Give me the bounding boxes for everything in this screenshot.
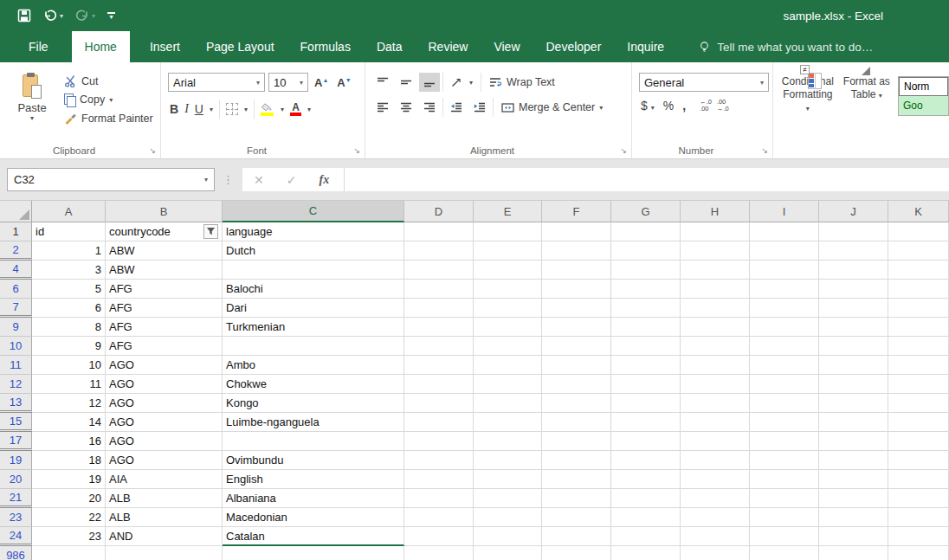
cell-K19[interactable] — [888, 451, 949, 470]
center-button[interactable] — [396, 98, 416, 117]
customize-qat-button[interactable]: ▾ — [107, 12, 115, 20]
alignment-dialog-launcher[interactable]: ↘ — [620, 146, 627, 155]
cell-D7[interactable] — [404, 299, 474, 318]
cell-A7[interactable]: 6 — [32, 299, 106, 318]
wrap-text-button[interactable]: Wrap Text — [489, 76, 555, 88]
cell-D12[interactable] — [404, 375, 474, 394]
cell-F13[interactable] — [542, 394, 611, 413]
cell-A17[interactable]: 16 — [32, 432, 106, 451]
font-color-dropdown-arrow[interactable]: ▾ — [307, 106, 311, 113]
cell-B986[interactable] — [106, 546, 223, 560]
cell-E986[interactable] — [474, 546, 542, 560]
cell-I9[interactable] — [750, 318, 819, 337]
copy-dropdown-arrow[interactable]: ▾ — [109, 96, 113, 104]
cell-I21[interactable] — [750, 489, 819, 508]
cell-A1[interactable]: id — [32, 222, 106, 241]
cell-C1[interactable]: language — [223, 222, 404, 241]
cell-B23[interactable]: ALB — [106, 508, 223, 527]
cell-I23[interactable] — [750, 508, 819, 527]
align-top-button[interactable] — [372, 73, 393, 92]
row-header-1[interactable]: 1 — [0, 222, 32, 241]
cell-C7[interactable]: Dari — [223, 299, 404, 318]
cell-H10[interactable] — [681, 337, 750, 356]
cell-F10[interactable] — [542, 337, 611, 356]
cell-I4[interactable] — [750, 261, 819, 280]
row-header-20[interactable]: 20 — [0, 470, 32, 489]
cell-F7[interactable] — [542, 299, 611, 318]
underline-button[interactable]: U — [195, 102, 203, 116]
decrease-indent-button[interactable] — [446, 98, 467, 117]
cell-H7[interactable] — [681, 299, 750, 318]
enter-button[interactable]: ✓ — [275, 173, 308, 187]
copy-button[interactable]: Copy ▾ — [64, 93, 153, 106]
cell-J20[interactable] — [819, 470, 888, 489]
cell-H6[interactable] — [681, 280, 750, 299]
cell-J6[interactable] — [819, 280, 888, 299]
cell-B21[interactable]: ALB — [106, 489, 223, 508]
cell-F23[interactable] — [542, 508, 611, 527]
cell-D9[interactable] — [404, 318, 474, 337]
percent-style-button[interactable]: % — [663, 99, 674, 113]
font-color-button[interactable]: A — [290, 103, 301, 116]
cell-C23[interactable]: Macedonian — [223, 508, 404, 527]
cell-I1[interactable] — [750, 222, 819, 241]
cell-F2[interactable] — [542, 241, 611, 261]
column-header-C[interactable]: C — [223, 201, 404, 222]
cell-J13[interactable] — [819, 394, 888, 413]
cell-K1[interactable] — [888, 222, 949, 241]
cell-I13[interactable] — [750, 394, 819, 413]
chevron-down-icon[interactable]: ▾ — [296, 79, 303, 87]
cell-I7[interactable] — [750, 299, 819, 318]
tab-developer[interactable]: Developer — [533, 31, 615, 62]
cell-G12[interactable] — [611, 375, 681, 394]
cell-J19[interactable] — [819, 451, 888, 470]
cell-B7[interactable]: AFG — [106, 299, 223, 318]
cell-K11[interactable] — [888, 356, 949, 375]
cell-E24[interactable] — [474, 527, 542, 546]
cell-I24[interactable] — [750, 527, 819, 546]
cell-D20[interactable] — [404, 470, 474, 489]
cell-G11[interactable] — [611, 356, 681, 375]
cell-K20[interactable] — [888, 470, 949, 489]
decrease-decimal-button[interactable]: .00 →.0 — [717, 99, 729, 113]
cell-G23[interactable] — [611, 508, 681, 527]
cell-E7[interactable] — [474, 299, 542, 318]
cell-F19[interactable] — [542, 451, 611, 470]
name-box[interactable]: C32 ▾ — [7, 168, 215, 191]
cell-I12[interactable] — [750, 375, 819, 394]
row-header-12[interactable]: 12 — [0, 375, 32, 394]
cell-A10[interactable]: 9 — [32, 337, 106, 356]
column-header-E[interactable]: E — [474, 201, 542, 222]
cell-D11[interactable] — [404, 356, 474, 375]
cell-F17[interactable] — [542, 432, 611, 451]
cell-A2[interactable]: 1 — [32, 241, 106, 261]
cell-F15[interactable] — [542, 413, 611, 432]
orientation-button[interactable] — [446, 73, 467, 92]
cell-style-normal[interactable]: Norm — [899, 77, 948, 96]
cell-H986[interactable] — [681, 546, 750, 560]
row-header-13[interactable]: 13 — [0, 394, 32, 413]
cancel-button[interactable]: ✕ — [242, 173, 275, 187]
row-header-4[interactable]: 4 — [0, 261, 32, 280]
column-header-B[interactable]: B — [106, 201, 223, 222]
cell-B17[interactable]: AGO — [106, 432, 223, 451]
cell-B2[interactable]: ABW — [106, 241, 223, 261]
cell-E9[interactable] — [474, 318, 542, 337]
cell-D19[interactable] — [404, 451, 474, 470]
cell-F24[interactable] — [542, 527, 611, 546]
cell-E23[interactable] — [474, 508, 542, 527]
cell-B13[interactable]: AGO — [106, 394, 223, 413]
row-header-17[interactable]: 17 — [0, 432, 32, 451]
grow-font-button[interactable]: A▲ — [312, 76, 331, 89]
select-all-button[interactable] — [0, 201, 32, 222]
cell-D4[interactable] — [404, 261, 474, 280]
font-size-combo[interactable]: 10 ▾ — [268, 73, 308, 92]
cell-C986[interactable] — [223, 546, 404, 560]
cell-E17[interactable] — [474, 432, 542, 451]
cell-B12[interactable]: AGO — [106, 375, 223, 394]
cell-J4[interactable] — [819, 261, 888, 280]
cell-K2[interactable] — [888, 241, 949, 261]
cell-J7[interactable] — [819, 299, 888, 318]
cell-D17[interactable] — [404, 432, 474, 451]
cell-K15[interactable] — [888, 413, 949, 432]
